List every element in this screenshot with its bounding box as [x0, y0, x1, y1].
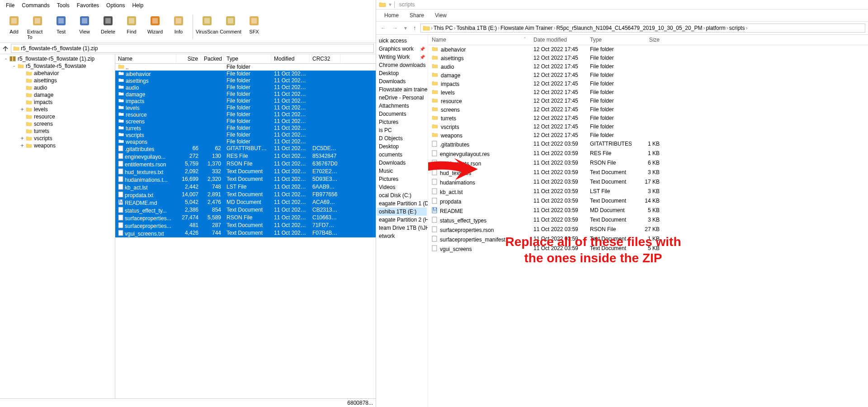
- delete-button[interactable]: Delete: [97, 13, 119, 41]
- col-size[interactable]: Size: [632, 35, 663, 45]
- winrar-tree[interactable]: - r5_flowstate-r5_flowstate (1).zip - r5…: [0, 54, 115, 398]
- list-row[interactable]: surfaceproperties.rson 11 Oct 2022 03:59…: [428, 225, 868, 235]
- list-row[interactable]: levels File folder 11 Oct 2022 03:...: [115, 104, 376, 111]
- archive-path[interactable]: r5_flowstate-r5_flowstate (1).zip: [11, 44, 374, 53]
- list-row[interactable]: status_effect_ty... 2,386 854 Text Docum…: [115, 207, 376, 214]
- test-button[interactable]: Test: [50, 13, 72, 41]
- extract-to-button[interactable]: Extract To: [26, 13, 49, 41]
- nav-item[interactable]: Writing Work 📌: [377, 53, 427, 61]
- list-row[interactable]: turrets 12 Oct 2022 17:45 File folder: [428, 114, 868, 123]
- list-row[interactable]: .. File folder: [115, 64, 376, 71]
- recent-dropdown[interactable]: ▾: [402, 25, 409, 31]
- expand-icon[interactable]: +: [19, 106, 25, 113]
- breadcrumb-item[interactable]: Flowstate Aim Trainer: [500, 25, 552, 31]
- list-row[interactable]: vscripts File folder 11 Oct 2022 03:...: [115, 132, 376, 138]
- tree-item[interactable]: + vscripts: [1, 135, 114, 142]
- forward-button[interactable]: →: [391, 25, 400, 31]
- nav-item[interactable]: Downloads: [377, 77, 427, 85]
- list-row[interactable]: impacts File folder 11 Oct 2022 03:...: [115, 98, 376, 104]
- nav-item[interactable]: Desktop: [377, 142, 427, 151]
- list-row[interactable]: surfaceproperties_manifest 11 Oct 2022 0…: [428, 235, 868, 244]
- nav-item[interactable]: uick access: [377, 37, 427, 45]
- nav-item[interactable]: D Objects: [377, 134, 427, 142]
- list-row[interactable]: surfaceproperties... 481 287 Text Docume…: [115, 222, 376, 230]
- col-name[interactable]: Name˄: [428, 35, 530, 45]
- list-row[interactable]: damage 12 Oct 2022 17:45 File folder: [428, 71, 868, 80]
- list-row[interactable]: .gitattributes 11 Oct 2022 03:59 GITATTR…: [428, 140, 868, 149]
- expand-icon[interactable]: +: [19, 135, 25, 142]
- nav-item[interactable]: ocal Disk (C:): [377, 191, 427, 199]
- list-row[interactable]: aisettings File folder 11 Oct 2022 03:..…: [115, 77, 376, 84]
- nav-item[interactable]: eagate Partition 2 (H:): [377, 216, 427, 224]
- breadcrumb-item[interactable]: This PC: [434, 25, 453, 31]
- list-row[interactable]: vgui_screens 11 Oct 2022 03:59 Text Docu…: [428, 244, 868, 254]
- list-row[interactable]: enginevguilayo... 272 130 RES File 11 Oc…: [115, 153, 376, 161]
- sfx-button[interactable]: SFX: [243, 13, 265, 41]
- list-row[interactable]: aibehavior File folder 11 Oct 2022 03:..…: [115, 71, 376, 77]
- info-button[interactable]: Info: [167, 13, 190, 41]
- list-row[interactable]: propdata.txt 14,007 2,891 Text Document …: [115, 191, 376, 199]
- nav-item[interactable]: Downloads: [377, 159, 427, 167]
- tab-view[interactable]: View: [435, 12, 447, 19]
- tree-item[interactable]: turrets: [1, 128, 114, 135]
- col-packed[interactable]: Packed: [201, 54, 224, 63]
- winrar-list-header[interactable]: Name Size Packed Type Modified CRC32: [115, 54, 376, 64]
- nav-item[interactable]: etwork: [377, 232, 427, 240]
- nav-item[interactable]: Attachments: [377, 102, 427, 110]
- nav-item[interactable]: is PC: [377, 126, 427, 134]
- list-row[interactable]: entitlements.rson 11 Oct 2022 03:59 RSON…: [428, 159, 868, 168]
- tab-share[interactable]: Share: [410, 12, 424, 19]
- list-row[interactable]: impacts 12 Oct 2022 17:45 File folder: [428, 80, 868, 88]
- comment-button[interactable]: Comment: [219, 13, 242, 41]
- tree-item[interactable]: audio: [1, 84, 114, 91]
- expand-icon[interactable]: +: [19, 142, 25, 149]
- col-type[interactable]: Type: [586, 35, 632, 45]
- tree-item[interactable]: resource: [1, 113, 114, 120]
- virusscan-button[interactable]: VirusScan: [196, 13, 218, 41]
- wizard-button[interactable]: Wizard: [144, 13, 166, 41]
- nav-item[interactable]: team Drive 1TB (\\JHE: [377, 224, 427, 232]
- col-size[interactable]: Size: [176, 54, 201, 63]
- nav-item[interactable]: ocuments: [377, 151, 427, 159]
- list-row[interactable]: weapons 12 Oct 2022 17:45 File folder: [428, 131, 868, 140]
- nav-item[interactable]: eagate Partition 1 (D:): [377, 199, 427, 208]
- list-row[interactable]: .gitattributes 66 62 GITATTRIBUTES File …: [115, 145, 376, 153]
- list-row[interactable]: entitlements.rson 5,759 1,370 RSON File …: [115, 161, 376, 168]
- breadcrumb-item[interactable]: scripts: [729, 25, 745, 31]
- list-row[interactable]: audio File folder 11 Oct 2022 03:...: [115, 84, 376, 91]
- list-row[interactable]: turrets File folder 11 Oct 2022 03:...: [115, 125, 376, 132]
- tree-item[interactable]: aibehavior: [1, 70, 114, 77]
- find-button[interactable]: Find: [120, 13, 143, 41]
- up-icon[interactable]: [2, 45, 9, 52]
- col-crc32[interactable]: CRC32: [310, 54, 340, 63]
- tree-item[interactable]: screens: [1, 120, 114, 128]
- tree-item[interactable]: + weapons: [1, 142, 114, 149]
- list-row[interactable]: vscripts 12 Oct 2022 17:45 File folder: [428, 123, 868, 131]
- nav-item[interactable]: Chrome downloads: [377, 61, 427, 69]
- nav-item[interactable]: neDrive - Personal: [377, 94, 427, 102]
- nav-item[interactable]: Desktop: [377, 69, 427, 77]
- nav-item[interactable]: Videos: [377, 183, 427, 191]
- explorer-nav-pane[interactable]: uick access Graphics work 📌 Writing Work…: [376, 35, 428, 407]
- list-row[interactable]: resource 12 Oct 2022 17:45 File folder: [428, 97, 868, 105]
- expand-icon[interactable]: -: [11, 63, 17, 69]
- back-button[interactable]: ←: [379, 25, 388, 31]
- up-button[interactable]: ↑: [411, 25, 418, 31]
- list-row[interactable]: MREADME 11 Oct 2022 03:59 MD Document 5 …: [428, 206, 868, 216]
- tree-item[interactable]: - r5_flowstate-r5_flowstate (1).zip: [1, 55, 114, 62]
- menu-file[interactable]: File: [3, 1, 18, 10]
- list-row[interactable]: resource File folder 11 Oct 2022 03:...: [115, 111, 376, 118]
- breadcrumb-item[interactable]: Toshiba 1TB (E:): [457, 25, 497, 31]
- nav-item[interactable]: Flowstate aim trainer: [377, 85, 427, 94]
- list-row[interactable]: aibehavior 12 Oct 2022 17:45 File folder: [428, 45, 868, 54]
- list-row[interactable]: hud_textures 11 Oct 2022 03:59 Text Docu…: [428, 168, 868, 178]
- tree-item[interactable]: damage: [1, 91, 114, 99]
- list-row[interactable]: kb_act.lst 2,442 748 LST File 11 Oct 202…: [115, 184, 376, 191]
- list-row[interactable]: screens 12 Oct 2022 17:45 File folder: [428, 105, 868, 114]
- nav-item[interactable]: Pictures: [377, 175, 427, 183]
- nav-item[interactable]: oshiba 1TB (E:): [377, 208, 427, 216]
- list-row[interactable]: status_effect_types 11 Oct 2022 03:59 Te…: [428, 216, 868, 225]
- menu-commands[interactable]: Commands: [19, 1, 52, 10]
- list-row[interactable]: hudanimations.t... 16,699 2,320 Text Doc…: [115, 176, 376, 184]
- list-row[interactable]: kb_act.lst 11 Oct 2022 03:59 LST File 3 …: [428, 187, 868, 197]
